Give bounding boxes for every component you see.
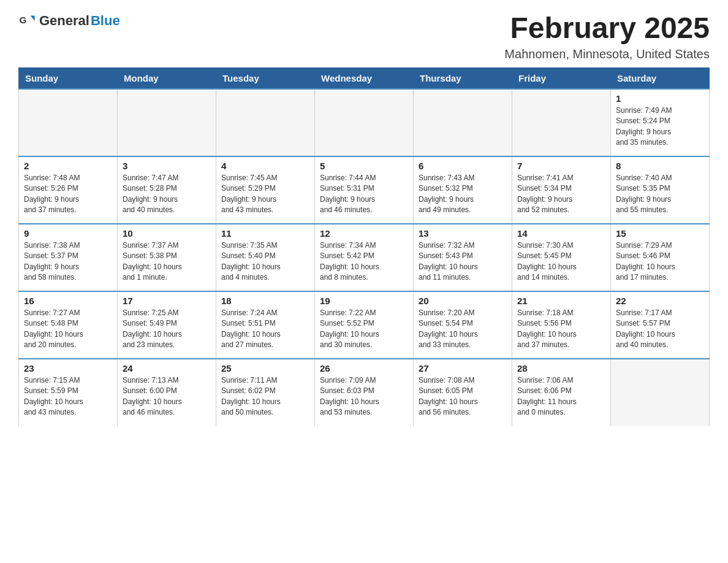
weekday-wednesday: Wednesday	[315, 67, 414, 89]
day-number: 3	[123, 161, 211, 171]
calendar-cell: 13Sunrise: 7:32 AM Sunset: 5:43 PM Dayli…	[414, 224, 512, 291]
day-number: 28	[517, 363, 605, 373]
day-info: Sunrise: 7:47 AM Sunset: 5:28 PM Dayligh…	[123, 173, 211, 216]
calendar-cell: 4Sunrise: 7:45 AM Sunset: 5:29 PM Daylig…	[216, 156, 315, 224]
day-info: Sunrise: 7:13 AM Sunset: 6:00 PM Dayligh…	[123, 375, 211, 418]
calendar-cell: 9Sunrise: 7:38 AM Sunset: 5:37 PM Daylig…	[19, 224, 118, 291]
calendar-cell	[216, 89, 315, 156]
day-number: 25	[221, 363, 309, 373]
calendar-cell: 3Sunrise: 7:47 AM Sunset: 5:28 PM Daylig…	[118, 156, 216, 224]
day-number: 5	[320, 161, 408, 171]
calendar-week-4: 16Sunrise: 7:27 AM Sunset: 5:48 PM Dayli…	[19, 291, 710, 359]
day-number: 7	[517, 161, 605, 171]
day-number: 4	[221, 161, 309, 171]
calendar-cell: 16Sunrise: 7:27 AM Sunset: 5:48 PM Dayli…	[19, 291, 118, 359]
day-number: 6	[419, 161, 507, 171]
calendar-cell: 7Sunrise: 7:41 AM Sunset: 5:34 PM Daylig…	[512, 156, 611, 224]
day-info: Sunrise: 7:49 AM Sunset: 5:24 PM Dayligh…	[616, 105, 704, 148]
day-number: 17	[123, 296, 211, 306]
day-number: 13	[419, 228, 507, 239]
calendar-week-5: 23Sunrise: 7:15 AM Sunset: 5:59 PM Dayli…	[19, 359, 710, 426]
day-info: Sunrise: 7:06 AM Sunset: 6:06 PM Dayligh…	[517, 375, 605, 418]
calendar-cell: 25Sunrise: 7:11 AM Sunset: 6:02 PM Dayli…	[216, 359, 315, 426]
calendar-week-2: 2Sunrise: 7:48 AM Sunset: 5:26 PM Daylig…	[19, 156, 710, 224]
weekday-saturday: Saturday	[611, 67, 710, 89]
day-info: Sunrise: 7:25 AM Sunset: 5:49 PM Dayligh…	[123, 308, 211, 351]
day-number: 9	[24, 228, 112, 239]
day-number: 24	[123, 363, 211, 373]
day-info: Sunrise: 7:45 AM Sunset: 5:29 PM Dayligh…	[221, 173, 309, 216]
day-number: 18	[221, 296, 309, 306]
weekday-header-row: SundayMondayTuesdayWednesdayThursdayFrid…	[19, 67, 710, 89]
calendar-cell: 11Sunrise: 7:35 AM Sunset: 5:40 PM Dayli…	[216, 224, 315, 291]
day-number: 16	[24, 296, 112, 306]
calendar-cell: 10Sunrise: 7:37 AM Sunset: 5:38 PM Dayli…	[118, 224, 216, 291]
calendar-cell: 2Sunrise: 7:48 AM Sunset: 5:26 PM Daylig…	[19, 156, 118, 224]
logo-blue: Blue	[91, 13, 120, 28]
weekday-thursday: Thursday	[414, 67, 512, 89]
calendar-cell	[414, 89, 512, 156]
svg-marker-1	[31, 16, 35, 21]
day-number: 12	[320, 228, 408, 239]
calendar-cell: 8Sunrise: 7:40 AM Sunset: 5:35 PM Daylig…	[611, 156, 710, 224]
calendar-cell: 21Sunrise: 7:18 AM Sunset: 5:56 PM Dayli…	[512, 291, 611, 359]
calendar-subtitle: Mahnomen, Minnesota, United States	[504, 47, 710, 61]
day-number: 21	[517, 296, 605, 306]
day-number: 15	[616, 228, 704, 239]
day-info: Sunrise: 7:34 AM Sunset: 5:42 PM Dayligh…	[320, 240, 408, 283]
page-header: G GeneralBlue February 2025 Mahnomen, Mi…	[18, 12, 710, 61]
day-info: Sunrise: 7:22 AM Sunset: 5:52 PM Dayligh…	[320, 308, 408, 351]
svg-text:G: G	[19, 15, 26, 25]
day-info: Sunrise: 7:15 AM Sunset: 5:59 PM Dayligh…	[24, 375, 112, 418]
weekday-friday: Friday	[512, 67, 611, 89]
day-info: Sunrise: 7:30 AM Sunset: 5:45 PM Dayligh…	[517, 240, 605, 283]
day-number: 11	[221, 228, 309, 239]
day-info: Sunrise: 7:24 AM Sunset: 5:51 PM Dayligh…	[221, 308, 309, 351]
day-info: Sunrise: 7:38 AM Sunset: 5:37 PM Dayligh…	[24, 240, 112, 283]
day-number: 19	[320, 296, 408, 306]
logo-general: General	[39, 13, 89, 28]
day-number: 26	[320, 363, 408, 373]
weekday-monday: Monday	[118, 67, 216, 89]
day-number: 27	[419, 363, 507, 373]
weekday-tuesday: Tuesday	[216, 67, 315, 89]
day-number: 23	[24, 363, 112, 373]
day-info: Sunrise: 7:41 AM Sunset: 5:34 PM Dayligh…	[517, 173, 605, 216]
day-info: Sunrise: 7:35 AM Sunset: 5:40 PM Dayligh…	[221, 240, 309, 283]
calendar-cell: 12Sunrise: 7:34 AM Sunset: 5:42 PM Dayli…	[315, 224, 414, 291]
calendar-cell: 23Sunrise: 7:15 AM Sunset: 5:59 PM Dayli…	[19, 359, 118, 426]
calendar-week-3: 9Sunrise: 7:38 AM Sunset: 5:37 PM Daylig…	[19, 224, 710, 291]
day-info: Sunrise: 7:40 AM Sunset: 5:35 PM Dayligh…	[616, 173, 704, 216]
day-number: 14	[517, 228, 605, 239]
day-info: Sunrise: 7:32 AM Sunset: 5:43 PM Dayligh…	[419, 240, 507, 283]
day-info: Sunrise: 7:44 AM Sunset: 5:31 PM Dayligh…	[320, 173, 408, 216]
day-info: Sunrise: 7:37 AM Sunset: 5:38 PM Dayligh…	[123, 240, 211, 283]
calendar-cell: 5Sunrise: 7:44 AM Sunset: 5:31 PM Daylig…	[315, 156, 414, 224]
calendar-cell: 20Sunrise: 7:20 AM Sunset: 5:54 PM Dayli…	[414, 291, 512, 359]
calendar-cell	[19, 89, 118, 156]
calendar-header: SundayMondayTuesdayWednesdayThursdayFrid…	[19, 67, 710, 89]
day-number: 8	[616, 161, 704, 171]
calendar-cell: 26Sunrise: 7:09 AM Sunset: 6:03 PM Dayli…	[315, 359, 414, 426]
calendar-cell: 1Sunrise: 7:49 AM Sunset: 5:24 PM Daylig…	[611, 89, 710, 156]
logo-text: GeneralBlue	[39, 13, 120, 28]
calendar-cell: 18Sunrise: 7:24 AM Sunset: 5:51 PM Dayli…	[216, 291, 315, 359]
day-info: Sunrise: 7:17 AM Sunset: 5:57 PM Dayligh…	[616, 308, 704, 351]
calendar-cell: 22Sunrise: 7:17 AM Sunset: 5:57 PM Dayli…	[611, 291, 710, 359]
day-number: 22	[616, 296, 704, 306]
day-number: 1	[616, 93, 704, 104]
calendar-title: February 2025	[504, 12, 710, 45]
logo-icon: G	[18, 12, 36, 29]
calendar-cell: 15Sunrise: 7:29 AM Sunset: 5:46 PM Dayli…	[611, 224, 710, 291]
day-number: 20	[419, 296, 507, 306]
calendar-cell	[611, 359, 710, 426]
day-number: 10	[123, 228, 211, 239]
day-info: Sunrise: 7:48 AM Sunset: 5:26 PM Dayligh…	[24, 173, 112, 216]
day-info: Sunrise: 7:11 AM Sunset: 6:02 PM Dayligh…	[221, 375, 309, 418]
day-number: 2	[24, 161, 112, 171]
calendar-body: 1Sunrise: 7:49 AM Sunset: 5:24 PM Daylig…	[19, 89, 710, 426]
calendar-cell	[512, 89, 611, 156]
day-info: Sunrise: 7:43 AM Sunset: 5:32 PM Dayligh…	[419, 173, 507, 216]
logo: G GeneralBlue	[18, 12, 120, 29]
day-info: Sunrise: 7:09 AM Sunset: 6:03 PM Dayligh…	[320, 375, 408, 418]
